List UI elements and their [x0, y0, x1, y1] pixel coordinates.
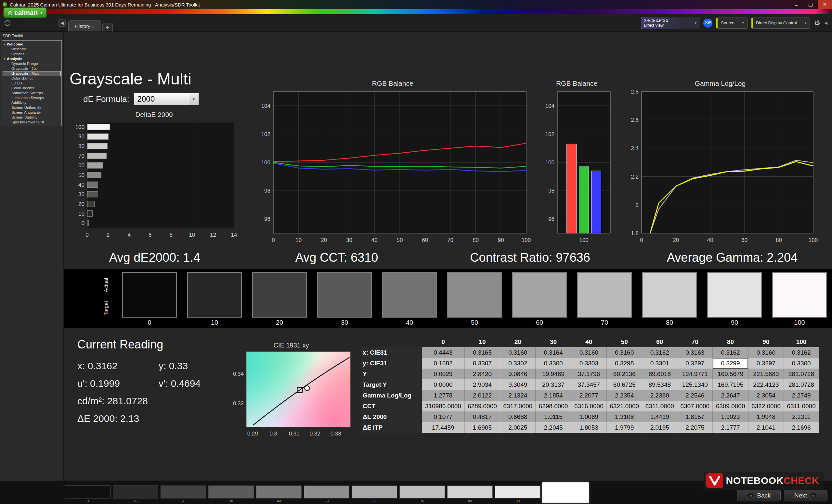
level-patch-50[interactable]: 50: [304, 485, 349, 503]
level-patch-0[interactable]: 0: [65, 485, 110, 503]
table-cell[interactable]: 2.1041: [748, 422, 784, 433]
table-cell[interactable]: 2.2045: [536, 422, 571, 433]
sidebar-item-screen-angularity[interactable]: Screen Angularity: [3, 110, 61, 115]
table-cell[interactable]: 281.0728: [784, 369, 819, 379]
maximize-button[interactable]: ▢: [803, 0, 818, 9]
table-cell[interactable]: 2.1777: [713, 422, 748, 433]
table-cell[interactable]: 6321.0000: [607, 401, 642, 412]
meter-select-button[interactable]: X-Rite i1Pro 2 Direct View ▾: [641, 17, 699, 29]
table-cell[interactable]: 89.6018: [642, 369, 677, 379]
table-cell[interactable]: 0.3165: [464, 347, 500, 358]
table-cell[interactable]: 0.3307: [464, 358, 500, 369]
table-cell[interactable]: 169.5679: [713, 369, 748, 379]
table-cell[interactable]: 125.1340: [677, 379, 713, 390]
table-cell[interactable]: 2.1324: [500, 390, 536, 401]
level-patch-10[interactable]: 10: [113, 485, 158, 503]
table-cell[interactable]: 6316.0000: [571, 401, 606, 412]
sidebar-item-3d-lut[interactable]: 3D LUT: [3, 81, 61, 86]
table-cell[interactable]: 0.3297: [748, 358, 784, 369]
gear-icon[interactable]: ⚙: [814, 19, 820, 27]
workspace-circle-icon[interactable]: [4, 20, 10, 26]
table-cell[interactable]: 1.9948: [748, 412, 784, 422]
table-cell[interactable]: 0.3160: [571, 347, 606, 358]
table-cell[interactable]: 2.2546: [677, 390, 713, 401]
table-cell[interactable]: 221.5683: [748, 369, 784, 379]
sidebar-item-luminance-sweeps[interactable]: Luminance Sweeps: [3, 95, 61, 100]
sidebar-item-dynamic-range[interactable]: Dynamic Range: [3, 61, 61, 66]
table-cell[interactable]: 1.9023: [713, 412, 748, 422]
table-cell[interactable]: 0.0029: [422, 369, 464, 379]
calman-logo-button[interactable]: ◎ calman ▾: [3, 7, 47, 18]
table-cell[interactable]: 2.2749: [784, 390, 819, 401]
table-cell[interactable]: 0.3162: [642, 347, 677, 358]
table-cell[interactable]: 2.9034: [464, 379, 500, 390]
sidebar-item-options[interactable]: Options: [3, 52, 61, 56]
table-cell[interactable]: 60.6725: [607, 379, 642, 390]
table-cell[interactable]: 9.0846: [500, 369, 536, 379]
table-cell[interactable]: 6317.0000: [500, 401, 536, 412]
level-patch-90[interactable]: 90: [495, 485, 541, 503]
level-patch-40[interactable]: 40: [256, 485, 302, 503]
table-cell[interactable]: 60.2136: [607, 369, 642, 379]
de-formula-select[interactable]: 2000 ▾: [134, 93, 199, 105]
table-cell[interactable]: 1.9799: [607, 422, 642, 433]
table-cell[interactable]: 0.3297: [677, 358, 713, 369]
level-patch-70[interactable]: 70: [399, 485, 445, 503]
source-select-button[interactable]: Source ▾: [716, 18, 748, 29]
table-cell[interactable]: 1.3108: [607, 412, 642, 422]
sidebar-item-grayscale-2pt[interactable]: Grayscale - 2pt: [3, 66, 61, 71]
table-cell[interactable]: 17.4459: [422, 422, 464, 433]
table-cell[interactable]: 2.1854: [536, 390, 571, 401]
table-cell[interactable]: 124.9771: [677, 369, 713, 379]
table-cell[interactable]: 0.1682: [422, 358, 464, 369]
add-tab-button[interactable]: +: [102, 23, 112, 31]
sidebar-collapse-button[interactable]: ◀: [58, 20, 66, 27]
level-patch-30[interactable]: 30: [208, 485, 254, 503]
table-cell[interactable]: 0.3163: [677, 347, 713, 358]
level-patch-20[interactable]: 20: [160, 485, 206, 503]
table-cell[interactable]: 2.3054: [748, 390, 784, 401]
table-cell[interactable]: 0.3301: [642, 358, 677, 369]
next-button[interactable]: Next »: [784, 490, 828, 501]
table-cell[interactable]: 2.2354: [607, 390, 642, 401]
table-cell[interactable]: 2.2077: [571, 390, 606, 401]
table-cell[interactable]: 6309.0000: [713, 401, 748, 412]
table-cell[interactable]: 0.3162: [713, 347, 748, 358]
sidebar-item-colorchecker[interactable]: ColorChecker: [3, 86, 61, 91]
table-cell[interactable]: 19.9469: [536, 369, 571, 379]
table-cell[interactable]: 6311.0000: [784, 401, 819, 412]
sidebar-item-welcome[interactable]: Welcome: [3, 47, 61, 52]
table-cell[interactable]: 0.4443: [422, 347, 464, 358]
table-cell[interactable]: 2.1696: [784, 422, 819, 433]
table-cell[interactable]: 0.3164: [536, 347, 571, 358]
table-cell[interactable]: 6307.0000: [677, 401, 713, 412]
table-cell[interactable]: 0.3298: [607, 358, 642, 369]
tab-history-1[interactable]: History 1: [68, 21, 101, 31]
table-cell[interactable]: 0.3299: [713, 358, 748, 369]
table-cell[interactable]: 6298.0000: [536, 401, 571, 412]
table-cell[interactable]: 2.0025: [500, 422, 536, 433]
sidebar-item-welcome[interactable]: ▾Welcome: [3, 42, 61, 47]
sidebar-item-screen-stability[interactable]: Screen Stability: [3, 115, 61, 120]
table-cell[interactable]: 0.3302: [500, 358, 536, 369]
table-cell[interactable]: 2.0122: [464, 390, 500, 401]
table-cell[interactable]: 0.3160: [748, 347, 784, 358]
level-patch-100[interactable]: 100: [543, 485, 588, 503]
table-cell[interactable]: 1.4419: [642, 412, 677, 422]
back-button[interactable]: « Back: [737, 490, 781, 501]
table-cell[interactable]: 6322.0000: [748, 401, 784, 412]
table-cell[interactable]: 2.2647: [713, 390, 748, 401]
table-cell[interactable]: 6289.0000: [464, 401, 500, 412]
table-cell[interactable]: 0.6688: [500, 412, 536, 422]
table-cell[interactable]: 20.3137: [536, 379, 571, 390]
table-cell[interactable]: 2.2075: [677, 422, 713, 433]
table-cell[interactable]: 222.4123: [748, 379, 784, 390]
table-cell[interactable]: 169.7195: [713, 379, 748, 390]
level-patch-80[interactable]: 80: [447, 485, 493, 503]
minimize-button[interactable]: –: [789, 0, 803, 9]
close-button[interactable]: ✕: [818, 0, 832, 9]
table-cell[interactable]: 1.8157: [677, 412, 713, 422]
table-cell[interactable]: 0.3162: [784, 347, 819, 358]
table-cell[interactable]: 37.1796: [571, 369, 606, 379]
sidebar-item-spectral-power-dist-[interactable]: Spectral Power Dist.: [3, 120, 61, 125]
